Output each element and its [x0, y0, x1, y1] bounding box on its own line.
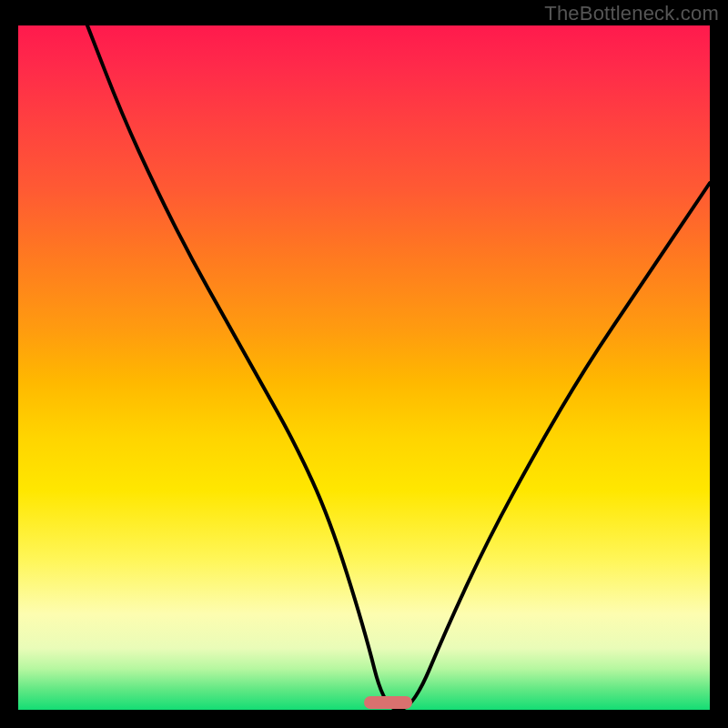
- chart-plot-area: [18, 25, 710, 710]
- watermark-text: TheBottleneck.com: [544, 2, 719, 25]
- curve-path: [87, 25, 710, 710]
- bottleneck-curve: [18, 25, 710, 710]
- optimal-range-marker: [364, 696, 412, 709]
- page-frame: TheBottleneck.com: [0, 0, 728, 728]
